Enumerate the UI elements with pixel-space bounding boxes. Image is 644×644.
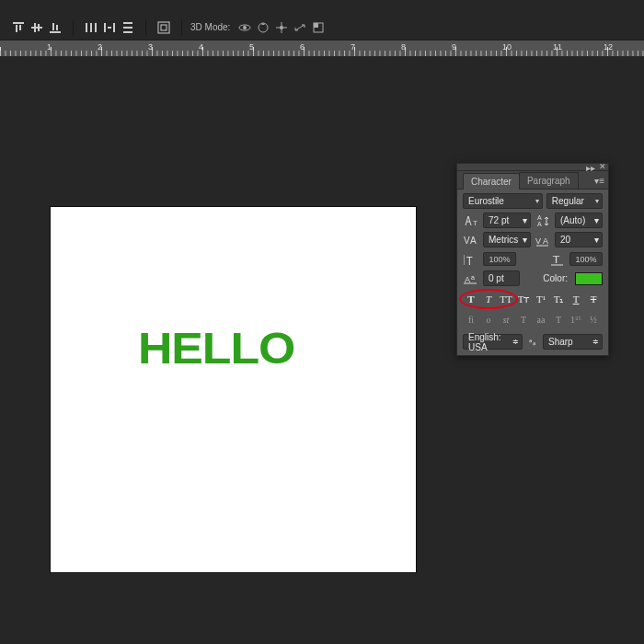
svg-rect-14 xyxy=(108,27,111,29)
svg-rect-4 xyxy=(34,23,36,32)
swash-button[interactable]: st xyxy=(498,312,515,327)
language-value: English: USA xyxy=(468,332,512,352)
faux-bold-button[interactable]: T xyxy=(463,292,480,306)
baseline-value: 0 pt xyxy=(489,273,504,283)
hscale-value: 100% xyxy=(575,255,596,264)
ligatures-button[interactable]: fi xyxy=(463,312,480,327)
svg-rect-6 xyxy=(50,31,61,33)
svg-point-21 xyxy=(243,26,247,29)
tracking-value: 20 xyxy=(560,235,570,245)
svg-rect-12 xyxy=(104,23,106,32)
baseline-input[interactable]: 0 pt xyxy=(483,270,520,286)
distribute-v-icon[interactable] xyxy=(121,20,135,35)
align-vcenter-icon[interactable] xyxy=(29,20,44,35)
opentype-row: fi o st T aa T 1ˢᵗ ½ xyxy=(463,312,603,327)
all-caps-button[interactable]: TT xyxy=(498,292,515,306)
tracking-icon: VA xyxy=(535,232,551,247)
distribute-hc-icon[interactable] xyxy=(102,20,117,35)
ordinals-button[interactable]: o xyxy=(480,312,498,327)
small-caps-button[interactable]: Tᴛ xyxy=(515,292,533,306)
svg-rect-8 xyxy=(56,25,58,30)
canvas-text[interactable]: HELLO xyxy=(138,323,294,374)
contextual-alt-button[interactable]: aa xyxy=(533,312,550,327)
document-canvas[interactable]: HELLO xyxy=(51,207,416,572)
svg-text:T: T xyxy=(552,254,560,266)
d3-slide-icon[interactable] xyxy=(293,20,307,35)
svg-point-23 xyxy=(280,26,283,29)
tab-character[interactable]: Character xyxy=(463,173,520,190)
font-size-value: 72 pt xyxy=(489,215,509,225)
svg-rect-2 xyxy=(19,25,21,30)
font-family-value: Eurostile xyxy=(468,196,504,206)
svg-text:V: V xyxy=(464,236,470,246)
svg-rect-11 xyxy=(95,23,97,32)
svg-text:A: A xyxy=(537,214,542,221)
antialias-icon: ᵃₐ xyxy=(526,334,539,350)
chevron-down-icon xyxy=(594,235,599,245)
underline-button[interactable]: T xyxy=(568,292,585,306)
svg-rect-19 xyxy=(161,25,167,30)
vscale-icon: T xyxy=(463,251,479,267)
panel-collapse-icon[interactable]: ▸▸ xyxy=(586,163,595,173)
chevron-down-icon xyxy=(523,215,527,225)
text-color-swatch[interactable] xyxy=(575,272,603,285)
svg-rect-15 xyxy=(123,22,132,24)
type-style-row: T T TT Tᴛ T¹ T₁ T T xyxy=(463,292,603,306)
leading-input[interactable]: (Auto) xyxy=(555,213,603,228)
svg-rect-13 xyxy=(113,23,115,32)
panel-title-bar[interactable]: ▸▸ ✕ xyxy=(457,164,608,171)
horizontal-ruler: 1 2 3 4 5 6 7 8 9 10 11 12 xyxy=(0,40,644,57)
svg-rect-18 xyxy=(158,22,169,33)
font-size-icon: T xyxy=(463,213,479,228)
font-size-input[interactable]: 72 pt xyxy=(483,213,531,228)
ordinal-button[interactable]: 1ˢᵗ xyxy=(568,312,585,327)
chevron-down-icon xyxy=(523,235,527,245)
vscale-value: 100% xyxy=(489,255,510,264)
svg-text:V: V xyxy=(535,236,541,246)
vscale-input[interactable]: 100% xyxy=(483,252,516,266)
panel-menu-icon[interactable]: ▾≡ xyxy=(591,173,608,189)
language-dropdown[interactable]: English: USA ≑ xyxy=(463,334,523,350)
font-family-dropdown[interactable]: Eurostile xyxy=(463,193,543,209)
svg-rect-1 xyxy=(16,25,17,32)
antialias-value: Sharp xyxy=(548,337,573,347)
align-bottom-icon[interactable] xyxy=(48,20,63,35)
faux-italic-button[interactable]: T xyxy=(480,292,498,306)
svg-rect-0 xyxy=(13,22,24,24)
d3-scale-icon[interactable] xyxy=(311,20,326,35)
stylistic-alt-button[interactable]: T xyxy=(550,312,568,327)
panel-close-icon[interactable]: ✕ xyxy=(599,162,606,171)
svg-text:a: a xyxy=(471,274,475,281)
kerning-icon: VA xyxy=(463,232,479,247)
chevron-down-icon xyxy=(535,197,539,205)
strikethrough-button[interactable]: T xyxy=(585,292,603,306)
svg-rect-5 xyxy=(38,24,40,31)
auto-align-icon[interactable] xyxy=(156,20,171,35)
d3-pan-icon[interactable] xyxy=(274,20,289,35)
align-top-icon[interactable] xyxy=(11,20,26,35)
d3-rotate-icon[interactable] xyxy=(256,20,270,35)
fractions-button[interactable]: ½ xyxy=(585,312,603,327)
titling-button[interactable]: T xyxy=(515,312,533,327)
chevron-down-icon xyxy=(594,215,599,225)
superscript-button[interactable]: T¹ xyxy=(533,292,550,306)
hscale-icon: T xyxy=(549,251,566,267)
tab-paragraph[interactable]: Paragraph xyxy=(519,172,579,189)
font-style-value: Regular xyxy=(552,196,584,206)
d3-orbit-icon[interactable] xyxy=(237,20,252,35)
hscale-input[interactable]: 100% xyxy=(569,252,603,266)
d3-mode-label: 3D Mode: xyxy=(190,22,230,32)
svg-rect-7 xyxy=(52,23,54,30)
tracking-input[interactable]: 20 xyxy=(555,232,603,247)
distribute-h-icon[interactable] xyxy=(84,20,98,35)
svg-text:T: T xyxy=(466,255,473,265)
font-style-dropdown[interactable]: Regular xyxy=(546,193,603,209)
character-panel: ▸▸ ✕ Character Paragraph ▾≡ Eurostile Re… xyxy=(456,163,609,356)
svg-rect-9 xyxy=(86,23,87,32)
leading-value: (Auto) xyxy=(560,215,585,225)
kerning-input[interactable]: Metrics xyxy=(483,232,531,247)
antialias-dropdown[interactable]: Sharp ≑ xyxy=(543,334,603,350)
subscript-button[interactable]: T₁ xyxy=(550,292,568,306)
svg-rect-25 xyxy=(314,23,318,28)
svg-rect-3 xyxy=(31,27,42,29)
